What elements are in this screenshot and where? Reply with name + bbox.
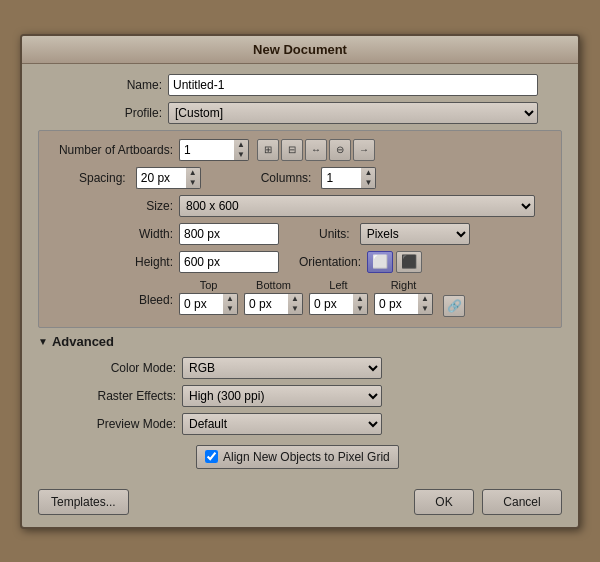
bleed-right-increment[interactable]: ▲ [418, 294, 432, 304]
advanced-content: Color Mode: RGB CMYK Grayscale Raster Ef… [38, 357, 562, 469]
bleed-bottom-spinner: ▲ ▼ [244, 293, 303, 315]
artboard-remove-icon[interactable]: ⊖ [329, 139, 351, 161]
preview-mode-select[interactable]: Default Pixel Overprint [182, 413, 382, 435]
bleed-right-decrement[interactable]: ▼ [418, 304, 432, 314]
spacing-spinner: ▲ ▼ [136, 167, 201, 189]
artboards-label: Number of Artboards: [49, 143, 179, 157]
size-label: Size: [49, 199, 179, 213]
artboards-spinner: ▲ ▼ [179, 139, 249, 161]
spacing-decrement[interactable]: ▼ [186, 178, 200, 188]
cancel-button[interactable]: Cancel [482, 489, 562, 515]
bleed-top-increment[interactable]: ▲ [223, 294, 237, 304]
size-select[interactable]: 800 x 600 [179, 195, 535, 217]
bleed-bottom-label: Bottom [256, 279, 291, 291]
align-checkbox-text: Align New Objects to Pixel Grid [223, 450, 390, 464]
spacing-columns-row: Spacing: ▲ ▼ Columns: ▲ [49, 167, 551, 189]
dialog-title: New Document [22, 36, 578, 64]
size-row: Size: 800 x 600 [49, 195, 551, 217]
raster-effects-label: Raster Effects: [52, 389, 182, 403]
name-label: Name: [38, 78, 168, 92]
bleed-bottom-decrement[interactable]: ▼ [288, 304, 302, 314]
height-label: Height: [49, 255, 179, 269]
bleed-bottom-spinner-buttons: ▲ ▼ [288, 293, 303, 315]
bleed-fields: Top ▲ ▼ Bottom [179, 279, 551, 317]
preview-mode-label: Preview Mode: [52, 417, 182, 431]
bleed-right-input[interactable] [374, 293, 418, 315]
profile-label: Profile: [38, 106, 168, 120]
profile-select[interactable]: [Custom] [168, 102, 538, 124]
main-content-box: Number of Artboards: ▲ ▼ ⊞ ⊟ ↔ ⊖ → [38, 130, 562, 328]
landscape-orientation-btn[interactable]: ⬛ [396, 251, 422, 273]
bleed-left-spinner: ▲ ▼ [309, 293, 368, 315]
dialog-footer: Templates... OK Cancel [22, 479, 578, 515]
units-label: Units: [319, 227, 356, 241]
bleed-right-spinner: ▲ ▼ [374, 293, 433, 315]
units-select[interactable]: Pixels Inches Centimeters Millimeters Po… [360, 223, 470, 245]
artboard-row-icon[interactable]: ⊟ [281, 139, 303, 161]
raster-effects-select[interactable]: High (300 ppi) Medium (150 ppi) Screen (… [182, 385, 382, 407]
align-checkbox-label[interactable]: Align New Objects to Pixel Grid [196, 445, 399, 469]
templates-button[interactable]: Templates... [38, 489, 129, 515]
columns-section: Columns: ▲ ▼ [261, 167, 377, 189]
bleed-top-spinner-buttons: ▲ ▼ [223, 293, 238, 315]
bleed-bottom-increment[interactable]: ▲ [288, 294, 302, 304]
artboard-layout-icons: ⊞ ⊟ ↔ ⊖ → [257, 139, 375, 161]
align-checkbox[interactable] [205, 450, 218, 463]
footer-right: OK Cancel [414, 489, 562, 515]
bleed-bottom-input[interactable] [244, 293, 288, 315]
ok-button[interactable]: OK [414, 489, 474, 515]
bleed-left-col: Left ▲ ▼ [309, 279, 368, 317]
height-input[interactable] [179, 251, 279, 273]
name-row: Name: [38, 74, 562, 96]
portrait-orientation-btn[interactable]: ⬜ [367, 251, 393, 273]
width-input[interactable] [179, 223, 279, 245]
bleed-top-decrement[interactable]: ▼ [223, 304, 237, 314]
bleed-top-label: Top [200, 279, 218, 291]
artboard-arrow-icon[interactable]: → [353, 139, 375, 161]
dialog-body: Name: Profile: [Custom] Number of Artboa… [22, 64, 578, 479]
bleed-label: Bleed: [49, 279, 179, 307]
bleed-lock-btn[interactable]: 🔗 [443, 295, 465, 317]
artboards-spinner-buttons: ▲ ▼ [234, 139, 249, 161]
bleed-top-spinner: ▲ ▼ [179, 293, 238, 315]
new-document-dialog: New Document Name: Profile: [Custom] Num… [20, 34, 580, 529]
bleed-left-label: Left [329, 279, 347, 291]
bleed-top-col: Top ▲ ▼ [179, 279, 238, 317]
bleed-row: Bleed: Top ▲ ▼ Bottom [49, 279, 551, 317]
artboards-decrement[interactable]: ▼ [234, 150, 248, 160]
artboards-input[interactable] [179, 139, 234, 161]
bleed-right-label: Right [391, 279, 417, 291]
bleed-right-spinner-buttons: ▲ ▼ [418, 293, 433, 315]
advanced-section: ▼ Advanced Color Mode: RGB CMYK Grayscal… [38, 334, 562, 469]
columns-increment[interactable]: ▲ [361, 168, 375, 178]
spacing-increment[interactable]: ▲ [186, 168, 200, 178]
spacing-input[interactable] [136, 167, 186, 189]
artboards-row: Number of Artboards: ▲ ▼ ⊞ ⊟ ↔ ⊖ → [49, 139, 551, 161]
color-mode-select[interactable]: RGB CMYK Grayscale [182, 357, 382, 379]
width-units-row: Width: Units: Pixels Inches Centimeters … [49, 223, 551, 245]
columns-label: Columns: [261, 171, 318, 185]
height-orientation-row: Height: Orientation: ⬜ ⬛ [49, 251, 551, 273]
width-label: Width: [49, 227, 179, 241]
raster-effects-row: Raster Effects: High (300 ppi) Medium (1… [52, 385, 562, 407]
bleed-right-col: Right ▲ ▼ [374, 279, 433, 317]
bleed-top-input[interactable] [179, 293, 223, 315]
align-checkbox-container: Align New Objects to Pixel Grid [182, 441, 562, 469]
bleed-left-input[interactable] [309, 293, 353, 315]
name-input[interactable] [168, 74, 538, 96]
bleed-bottom-col: Bottom ▲ ▼ [244, 279, 303, 317]
spacing-section: Spacing: ▲ ▼ [79, 167, 201, 189]
columns-input[interactable] [321, 167, 361, 189]
bleed-left-increment[interactable]: ▲ [353, 294, 367, 304]
artboard-grid-icon[interactable]: ⊞ [257, 139, 279, 161]
advanced-header[interactable]: ▼ Advanced [38, 334, 562, 349]
columns-decrement[interactable]: ▼ [361, 178, 375, 188]
preview-mode-row: Preview Mode: Default Pixel Overprint [52, 413, 562, 435]
color-mode-label: Color Mode: [52, 361, 182, 375]
advanced-triangle-icon: ▼ [38, 336, 48, 347]
bleed-left-decrement[interactable]: ▼ [353, 304, 367, 314]
bleed-left-spinner-buttons: ▲ ▼ [353, 293, 368, 315]
artboard-arrange-icon[interactable]: ↔ [305, 139, 327, 161]
advanced-label: Advanced [52, 334, 114, 349]
artboards-increment[interactable]: ▲ [234, 140, 248, 150]
